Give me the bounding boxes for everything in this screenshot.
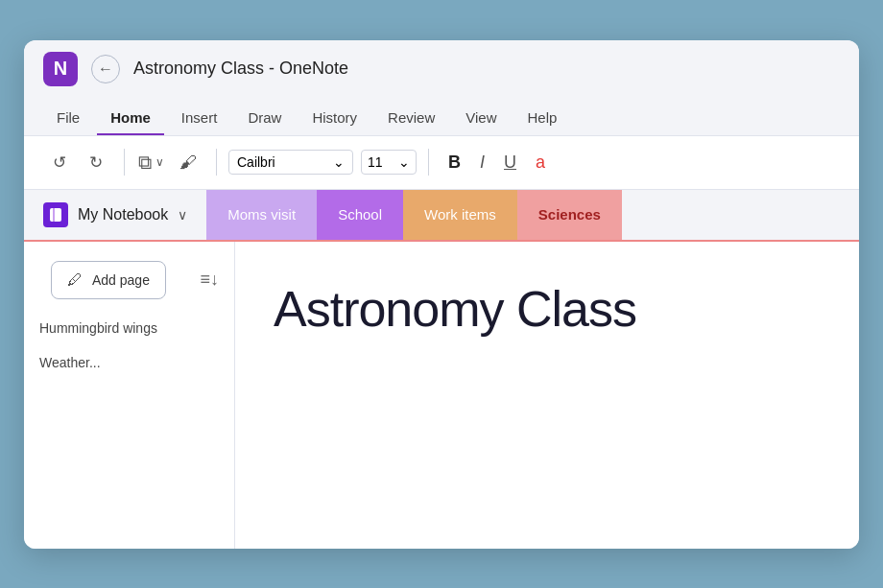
tab-school[interactable]: School	[317, 190, 403, 240]
undo-redo-group: ↺ ↻	[43, 146, 112, 178]
clipboard-icon-btn[interactable]: ⧉	[136, 146, 154, 178]
notebook-icon	[43, 202, 68, 227]
toolbar-divider-3	[428, 149, 429, 176]
redo-button[interactable]: ↻	[80, 146, 112, 178]
section-tabs: Moms visit School Work items Sciences	[206, 190, 622, 240]
menu-item-draw[interactable]: Draw	[234, 102, 295, 135]
notebook-chevron-icon: ∨	[178, 207, 187, 223]
clipboard-chevron[interactable]: ∨	[155, 155, 164, 169]
italic-button[interactable]: I	[472, 149, 492, 176]
notebook-selector[interactable]: My Notebook ∨	[43, 202, 206, 227]
underline-button[interactable]: U	[496, 149, 524, 176]
list-item[interactable]: Weather...	[24, 345, 234, 380]
content-area: 🖊 Add page ≡↓ Hummingbird wings Weather.…	[24, 242, 859, 549]
menu-item-file[interactable]: File	[43, 102, 93, 135]
onenote-app-icon: N	[43, 52, 78, 86]
menu-item-help[interactable]: Help	[514, 102, 571, 135]
bold-button[interactable]: B	[441, 149, 468, 176]
add-page-button[interactable]: 🖊 Add page	[51, 261, 166, 299]
tab-sciences[interactable]: Sciences	[517, 190, 622, 240]
undo-button[interactable]: ↺	[43, 146, 76, 178]
svg-rect-0	[50, 208, 61, 222]
onenote-window: N ← Astronomy Class - OneNote FileHomeIn…	[24, 40, 859, 549]
font-size-chevron-icon: ⌄	[398, 154, 410, 170]
clipboard-button[interactable]: ⧉ ∨	[136, 146, 164, 178]
sort-icon[interactable]: ≡↓	[200, 270, 219, 290]
sidebar: 🖊 Add page ≡↓ Hummingbird wings Weather.…	[24, 242, 235, 549]
menu-item-history[interactable]: History	[298, 102, 370, 135]
font-color-button[interactable]: a	[528, 149, 553, 176]
main-content: Astronomy Class	[235, 242, 859, 549]
sidebar-header: 🖊 Add page ≡↓	[24, 249, 234, 311]
menu-bar: FileHomeInsertDrawHistoryReviewViewHelp	[24, 98, 859, 136]
paint-icon: 🖌	[179, 153, 197, 173]
toolbar-divider-1	[124, 149, 125, 176]
add-page-label: Add page	[92, 272, 150, 288]
format-group: B I U a	[441, 149, 553, 176]
menu-item-home[interactable]: Home	[97, 102, 164, 135]
tab-moms-visit[interactable]: Moms visit	[206, 190, 317, 240]
window-title: Astronomy Class - OneNote	[133, 59, 348, 79]
font-size-select[interactable]: 11 ⌄	[361, 150, 417, 175]
list-item[interactable]: Hummingbird wings	[24, 311, 234, 345]
toolbar: ↺ ↻ ⧉ ∨ 🖌 Cailbri ⌄ 11 ⌄ B	[24, 136, 859, 190]
notebook-name-label: My Notebook	[78, 206, 168, 223]
font-chevron-icon: ⌄	[333, 154, 345, 170]
title-bar: N ← Astronomy Class - OneNote	[24, 40, 859, 98]
menu-item-insert[interactable]: Insert	[168, 102, 231, 135]
menu-item-review[interactable]: Review	[374, 102, 448, 135]
add-page-icon: 🖊	[67, 271, 83, 289]
toolbar-divider-2	[216, 149, 217, 176]
paint-button[interactable]: 🖌	[172, 146, 204, 178]
notebook-bar: My Notebook ∨ Moms visit School Work ite…	[24, 190, 859, 242]
menu-item-view[interactable]: View	[452, 102, 510, 135]
font-family-select[interactable]: Cailbri ⌄	[228, 150, 353, 175]
svg-rect-1	[53, 208, 55, 222]
page-title: Astronomy Class	[274, 280, 821, 338]
tab-work-items[interactable]: Work items	[403, 190, 517, 240]
back-button[interactable]: ←	[91, 55, 120, 83]
